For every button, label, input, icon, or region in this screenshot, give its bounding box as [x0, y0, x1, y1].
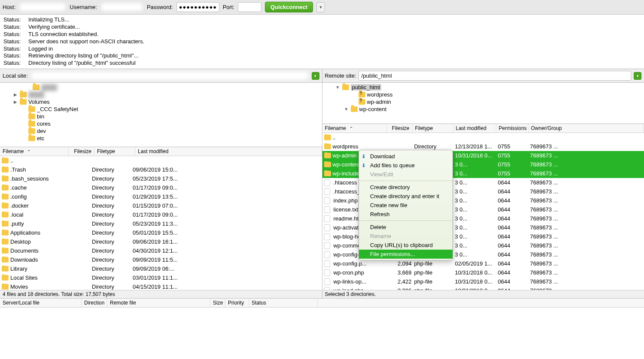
menu-separator — [359, 181, 453, 181]
file-row[interactable]: .dockerDirectory01/15/2019 07:0... — [0, 201, 322, 210]
menu-create-dir[interactable]: Create directory — [359, 183, 453, 192]
tree-item[interactable]: bin — [0, 113, 322, 120]
remote-file-header[interactable]: Filename⌃ Filesize Filetype Last modifie… — [322, 124, 644, 133]
menu-copy-url[interactable]: Copy URL(s) to clipboard — [359, 241, 453, 250]
status-log: Status:Initializing TLS...Status:Verifyi… — [0, 15, 644, 69]
file-row[interactable]: .. — [322, 133, 644, 142]
file-name: Downloads — [10, 256, 38, 263]
file-row[interactable]: .configDirectory01/29/2019 13:5... — [0, 192, 322, 201]
tree-arrow-icon[interactable]: ▼ — [335, 85, 340, 90]
menu-create-dir-enter[interactable]: Create directory and enter it — [359, 192, 453, 201]
remote-tree[interactable]: ▼public_htmlwordpresswp-admin▼wp-content — [322, 83, 644, 124]
file-row[interactable]: LibraryDirectory09/09/2019 06:... — [0, 264, 322, 273]
tree-item[interactable]: dev — [0, 127, 322, 135]
tree-item[interactable]: etc — [0, 135, 322, 142]
file-row[interactable]: .localDirectory01/17/2019 09:0... — [0, 210, 322, 219]
file-row[interactable]: .cacheDirectory01/17/2019 09:0... — [0, 183, 322, 192]
tree-arrow-icon[interactable]: ▶ — [13, 100, 18, 104]
quickconnect-dropdown[interactable]: ▼ — [316, 2, 325, 12]
password-input[interactable] — [176, 2, 219, 12]
file-row[interactable]: wp-load.php3,306php-file10/31/2018 0...0… — [322, 286, 644, 290]
folder-icon — [28, 106, 35, 112]
col-permissions[interactable]: Permissions — [496, 124, 529, 133]
col-filetype[interactable]: Filetype — [94, 147, 135, 156]
quickconnect-button[interactable]: Quickconnect — [265, 2, 313, 12]
col-filesize[interactable]: Filesize — [387, 124, 413, 133]
file-row[interactable]: DocumentsDirectory04/30/2019 12:1... — [0, 246, 322, 255]
file-name: Applications — [10, 229, 40, 236]
file-name: .htaccess — [334, 179, 357, 186]
file-name: Desktop — [10, 238, 31, 245]
queue-col-size[interactable]: Size — [210, 299, 225, 307]
col-lastmod[interactable]: Last modified — [135, 147, 322, 156]
file-icon — [324, 188, 330, 195]
local-file-header[interactable]: Filename⌃ Filesize Filetype Last modifie… — [0, 147, 322, 156]
file-row[interactable]: .. — [0, 156, 322, 165]
menu-file-permissions[interactable]: File permissions... — [359, 250, 453, 259]
local-pane: Local site: ▾ ████▶████▶Volumes_CCC Safe… — [0, 69, 322, 298]
queue-col-priority[interactable]: Priority — [225, 299, 249, 307]
col-filesize[interactable]: Filesize — [69, 147, 94, 156]
folder-icon — [2, 167, 9, 172]
file-row[interactable]: MoviesDirectory04/15/2019 11:1... — [0, 282, 322, 290]
queue-col-server[interactable]: Server/Local file — [0, 299, 82, 307]
tree-item[interactable]: ▶Volumes — [0, 98, 322, 106]
local-site-label: Local site: — [3, 72, 28, 79]
file-name: Local Sites — [10, 275, 38, 281]
local-site-input[interactable] — [30, 71, 309, 81]
folder-icon — [2, 176, 9, 181]
folder-icon — [2, 275, 9, 281]
tree-item-label: Volumes — [28, 99, 50, 105]
sort-asc-icon: ⌃ — [27, 149, 30, 154]
file-name: wordpress — [333, 143, 358, 150]
file-row[interactable]: DownloadsDirectory09/09/2019 11:5... — [0, 255, 322, 264]
file-row[interactable]: DesktopDirectory09/06/2019 16:1... — [0, 237, 322, 246]
col-lastmod[interactable]: Last modified — [453, 124, 496, 133]
col-filetype[interactable]: Filetype — [413, 124, 453, 133]
remote-site-input[interactable] — [358, 71, 631, 81]
username-input[interactable] — [100, 2, 143, 12]
tree-item-label: public_html — [351, 84, 382, 91]
menu-download[interactable]: ⬇Download — [359, 152, 453, 161]
port-input[interactable] — [238, 2, 261, 12]
queue-col-remote[interactable]: Remote file — [107, 299, 210, 307]
col-filename[interactable]: Filename — [3, 148, 24, 154]
password-label: Password: — [147, 4, 173, 10]
col-owner[interactable]: Owner/Group — [529, 124, 644, 133]
menu-refresh[interactable]: Refresh — [359, 210, 453, 219]
tree-item[interactable]: wordpress — [322, 91, 644, 98]
folder-icon — [324, 153, 331, 158]
local-tree[interactable]: ████▶████▶Volumes_CCC SafetyNetbincoresd… — [0, 83, 322, 147]
file-row[interactable]: .TrashDirectory09/06/2019 15:0... — [0, 165, 322, 174]
file-row[interactable]: wp-links-op...2,422php-file10/31/2018 0.… — [322, 277, 644, 286]
tree-item[interactable]: ▼wp-content — [322, 106, 644, 113]
file-row[interactable]: wp-cron.php3,669php-file10/31/2018 0...0… — [322, 268, 644, 277]
file-row[interactable]: Local SitesDirectory03/01/2019 11:1... — [0, 273, 322, 282]
tree-item[interactable]: ████ — [0, 84, 322, 91]
col-filename[interactable]: Filename — [325, 125, 346, 131]
tree-item[interactable]: wp-admin — [322, 98, 644, 106]
local-site-dropdown[interactable]: ▾ — [312, 72, 319, 80]
host-input[interactable] — [19, 2, 66, 12]
file-name: license.txt — [334, 206, 358, 213]
file-icon — [324, 251, 330, 258]
folder-icon — [28, 114, 35, 119]
tree-item[interactable]: ▼public_html — [322, 84, 644, 91]
tree-item[interactable]: cores — [0, 120, 322, 127]
tree-item[interactable]: ▶████ — [0, 91, 322, 98]
menu-delete[interactable]: Delete — [359, 223, 453, 232]
queue-col-direction[interactable]: Direction — [82, 299, 107, 307]
tree-item[interactable]: _CCC SafetyNet — [0, 106, 322, 113]
local-file-list[interactable]: ...TrashDirectory09/06/2019 15:0....bash… — [0, 156, 322, 290]
tree-arrow-icon[interactable]: ▶ — [13, 92, 18, 97]
file-row[interactable]: .bash_sessionsDirectory05/23/2019 17:5..… — [0, 174, 322, 183]
tree-arrow-icon[interactable]: ▼ — [344, 107, 349, 112]
file-row[interactable]: ApplicationsDirectory05/01/2019 15:5... — [0, 228, 322, 237]
menu-add-queue[interactable]: ⬇Add files to queue — [359, 161, 453, 170]
menu-create-file[interactable]: Create new file — [359, 201, 453, 210]
queue-header[interactable]: Server/Local file Direction Remote file … — [0, 298, 644, 308]
queue-col-status[interactable]: Status — [249, 299, 318, 307]
remote-site-dropdown[interactable]: ▾ — [634, 72, 641, 80]
file-icon — [324, 233, 330, 240]
file-row[interactable]: .puttyDirectory05/23/2019 11:3... — [0, 219, 322, 228]
